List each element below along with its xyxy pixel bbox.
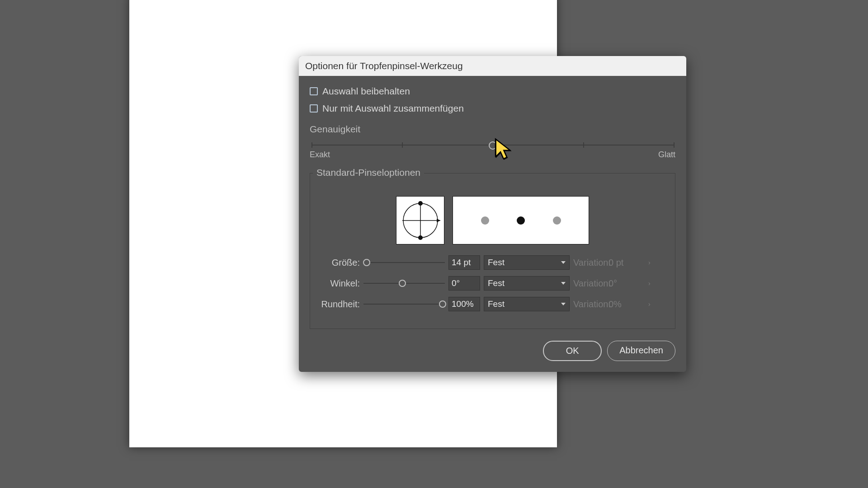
fidelity-slider[interactable]: [311, 145, 674, 145]
svg-point-5: [418, 235, 423, 240]
chevron-right-icon: ›: [648, 300, 654, 308]
brush-dot-icon: [553, 216, 561, 225]
roundness-row: Rundheit: 100% Fest Variation: 0% ›: [319, 297, 666, 311]
angle-input[interactable]: 0°: [448, 276, 480, 291]
size-slider[interactable]: [363, 262, 445, 263]
roundness-mode-dropdown[interactable]: Fest: [484, 297, 570, 311]
chevron-right-icon: ›: [648, 280, 654, 287]
roundness-slider[interactable]: [363, 304, 445, 305]
angle-slider-handle[interactable]: [399, 280, 406, 287]
angle-variation-label: Variation:: [573, 278, 605, 289]
brush-dot-icon: [517, 216, 525, 225]
size-row: Größe: 14 pt Fest Variation: 0 pt ›: [319, 255, 666, 270]
fidelity-label: Genauigkeit: [310, 124, 675, 135]
fidelity-left-label: Exakt: [310, 150, 330, 160]
roundness-label: Rundheit:: [319, 299, 360, 310]
default-brush-options-label: Standard-Pinseloptionen: [313, 167, 424, 178]
chevron-right-icon: ›: [648, 259, 654, 266]
merge-with-selection-row[interactable]: Nur mit Auswahl zusammenfügen: [310, 103, 675, 114]
checkbox-icon[interactable]: [310, 87, 318, 95]
chevron-down-icon: [561, 282, 566, 285]
roundness-input[interactable]: 100%: [448, 297, 480, 311]
app-background: Optionen für Tropfenpinsel-Werkzeug Ausw…: [0, 0, 868, 488]
roundness-slider-handle[interactable]: [439, 300, 446, 308]
blob-brush-options-dialog: Optionen für Tropfenpinsel-Werkzeug Ausw…: [299, 56, 686, 372]
fidelity-right-label: Glatt: [658, 150, 675, 160]
size-variation-label: Variation:: [573, 258, 605, 268]
roundness-variation-value: 0%: [609, 299, 645, 310]
roundness-variation-label: Variation:: [573, 299, 605, 310]
size-mode-dropdown[interactable]: Fest: [484, 255, 570, 270]
size-slider-handle[interactable]: [363, 259, 370, 266]
cursor-icon: [494, 138, 513, 160]
size-variation-value: 0 pt: [609, 258, 645, 268]
size-label: Größe:: [319, 258, 360, 268]
angle-row: Winkel: 0° Fest Variation: 0° ›: [319, 276, 666, 291]
angle-slider[interactable]: [363, 283, 445, 284]
svg-point-4: [418, 201, 423, 206]
checkbox-icon[interactable]: [310, 104, 318, 113]
angle-variation-value: 0°: [609, 278, 645, 289]
svg-marker-6: [496, 139, 510, 159]
dialog-title: Optionen für Tropfenpinsel-Werkzeug: [299, 56, 686, 76]
keep-selection-row[interactable]: Auswahl beibehalten: [310, 86, 675, 97]
brush-angle-preview[interactable]: [396, 196, 444, 244]
merge-with-selection-label: Nur mit Auswahl zusammenfügen: [322, 103, 464, 114]
ok-button[interactable]: OK: [543, 341, 602, 361]
cancel-button[interactable]: Abbrechen: [607, 341, 675, 361]
svg-marker-2: [437, 219, 440, 222]
chevron-down-icon: [561, 261, 566, 264]
keep-selection-label: Auswahl beibehalten: [322, 86, 410, 97]
size-input[interactable]: 14 pt: [448, 255, 480, 270]
chevron-down-icon: [561, 303, 566, 305]
angle-mode-dropdown[interactable]: Fest: [484, 276, 570, 291]
brush-spacing-preview[interactable]: [453, 196, 589, 244]
angle-label: Winkel:: [319, 278, 360, 289]
brush-dot-icon: [481, 216, 489, 225]
default-brush-options-group: Standard-Pinseloptionen: [310, 173, 675, 329]
